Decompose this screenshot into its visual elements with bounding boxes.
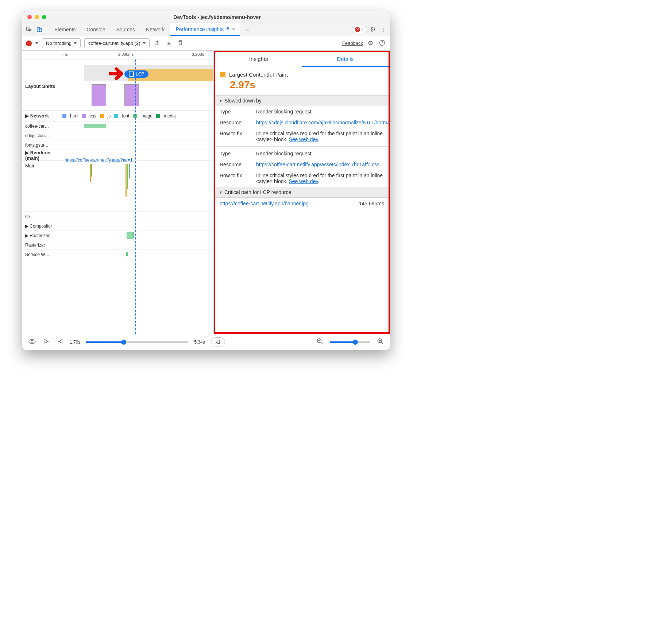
slowed-section-header[interactable]: Slowed down by [215,95,389,106]
eye-icon[interactable] [27,338,37,346]
network-row[interactable]: coffee-car… [22,121,213,131]
flask-icon: ⚗ [225,26,230,32]
feedback-link[interactable]: Feedback [342,40,363,46]
track-network[interactable]: ▶ Network [22,111,62,121]
time-slider[interactable] [86,341,188,343]
lcp-color-icon [220,72,225,77]
time-end: 5.34s [194,340,205,345]
tab-performance-insights[interactable]: Performance insights ⚗ × [170,23,240,36]
record-button[interactable] [26,40,32,46]
play-icon[interactable] [43,338,50,346]
svg-text:?: ? [381,41,383,45]
zoom-in-icon[interactable] [376,337,385,347]
import-icon[interactable] [165,39,173,48]
inspect-icon[interactable] [24,25,34,34]
maximize-icon[interactable] [42,15,46,19]
time-start: 1.70s [70,340,80,345]
tab-details[interactable]: Details [302,52,389,67]
close-tab-icon[interactable]: × [232,26,235,32]
gear-icon[interactable]: ⚙ [367,38,374,48]
kebab-icon[interactable]: ⋮ [378,25,388,34]
insights-toolbar: No throttling coffee-cart.netlify.app (2… [22,36,390,51]
resource-link[interactable]: https://cdnjs.cloudflare.com/ajax/libs/n… [256,120,390,125]
playback-footer: 1.70s 5.34s x1 [22,334,390,350]
minimize-icon[interactable] [35,15,39,19]
recording-select[interactable]: coffee-cart.netlify.app (2) [84,38,150,48]
devtools-window: DevTools - jec.fyi/demo/menu-hover Eleme… [22,11,390,350]
zoom-out-icon[interactable] [316,337,324,347]
critical-path-header[interactable]: Critical path for LCP resource [215,187,389,198]
lcp-marker[interactable]: LCP [124,70,148,78]
svg-point-4 [29,339,35,344]
throttling-select[interactable]: No throttling [42,38,81,48]
webdev-link[interactable]: See web.dev [289,178,318,184]
track-rasterizer[interactable]: ▶ Rasterizer [22,233,62,238]
rewind-icon[interactable] [56,338,64,346]
layout-shift-thumb[interactable] [124,84,139,106]
critical-path-time: 145.695ms [359,201,384,206]
svg-point-5 [31,341,33,342]
resource-link[interactable]: https://coffee-cart.netlify.app/assets/i… [256,162,380,167]
overflow-tabs[interactable]: » [241,24,254,35]
speed-pill[interactable]: x1 [211,337,225,347]
svg-rect-0 [37,27,40,32]
layout-shift-thumb[interactable] [92,84,106,106]
export-icon[interactable] [153,39,161,48]
record-menu-icon[interactable] [35,42,38,44]
tab-console[interactable]: Console [81,24,110,35]
track-area[interactable]: LCP Layout Shifts ▶ Network [22,59,213,334]
error-badge[interactable]: ✕ 1 [352,26,367,33]
delete-icon[interactable] [177,39,184,48]
device-toggle-icon[interactable] [35,25,44,34]
track-layout-shifts: Layout Shifts [22,81,62,110]
tab-network[interactable]: Network [141,24,170,35]
titlebar: DevTools - jec.fyi/demo/menu-hover [22,11,390,23]
help-icon[interactable]: ? [378,39,386,48]
lcp-value: 2.97s [230,79,383,91]
time-ruler: ms 2,880ms 3,200m [22,51,213,59]
annotation-arrow [109,67,126,82]
timeline-panel: ms 2,880ms 3,200m LCP Layout Shifts [22,51,214,334]
tab-insights[interactable]: Insights [215,52,302,67]
error-icon: ✕ [355,27,360,32]
track-io: IO [22,214,62,219]
lcp-metric: Largest Contentful Paint 2.97s [215,67,389,95]
webdev-link[interactable]: See web.dev [289,136,318,142]
track-service-worker: Service W… [22,252,62,257]
track-main: Main [22,161,62,212]
critical-path-link[interactable]: https://coffee-cart.netlify.app/banner.j… [220,201,359,206]
devtools-tabbar: Elements Console Sources Network Perform… [22,23,390,36]
network-row[interactable]: cdnjs.clou… [22,131,213,140]
window-title: DevTools - jec.fyi/demo/menu-hover [49,14,385,20]
time-cursor[interactable] [135,59,136,334]
zoom-slider[interactable] [330,341,370,343]
main-area: ms 2,880ms 3,200m LCP Layout Shifts [22,51,390,334]
traffic-lights [27,15,46,19]
tab-sources[interactable]: Sources [111,24,140,35]
details-panel: Insights Details Largest Contentful Pain… [214,51,390,334]
tab-elements[interactable]: Elements [49,24,81,35]
details-tabs: Insights Details [215,52,389,67]
track-rasterizer-2: Rasterizer [22,243,62,248]
svg-rect-1 [39,28,42,32]
track-compositor[interactable]: ▶ Compositor [22,224,62,229]
critical-path-row: https://coffee-cart.netlify.app/banner.j… [215,198,389,209]
close-icon[interactable] [27,15,32,19]
settings-icon[interactable]: ⚙ [368,25,378,34]
